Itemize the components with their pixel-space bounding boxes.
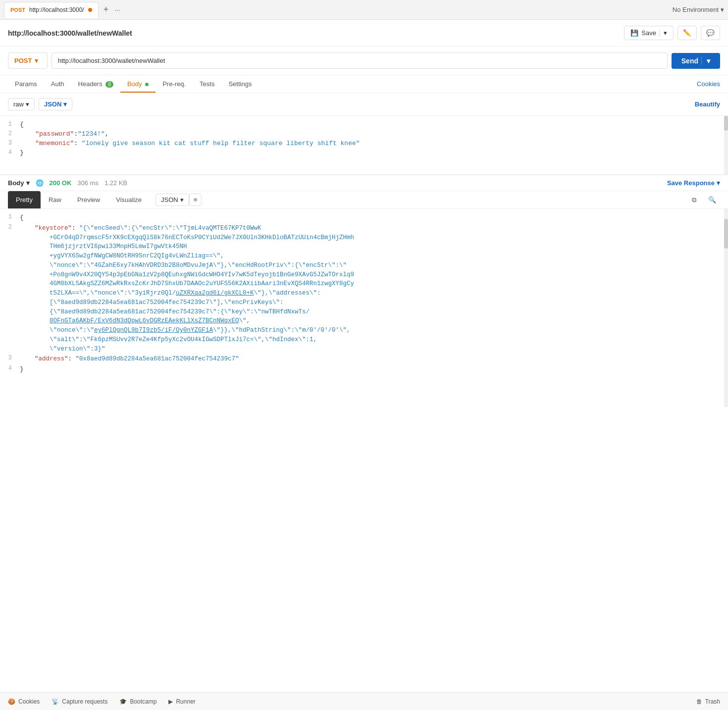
send-chevron-icon[interactable]: ▾ [701,57,710,65]
tab-tests[interactable]: Tests [193,75,221,93]
save-response-button[interactable]: Save Response ▾ [667,179,720,187]
line-number: 3 [0,355,20,361]
comment-icon: 💬 [706,29,715,37]
scrollbar-thumb [724,219,728,249]
copy-button[interactable]: ⧉ [688,194,700,206]
filter-button[interactable]: ≡ [189,194,202,206]
environment-chevron-icon: ▾ [721,6,724,13]
tab-auth[interactable]: Auth [44,75,71,93]
response-body: 1 { 2 "keystore": "{\"encSeed\":{\"encSt… [0,209,728,407]
tab-url: http://localhost:3000/ [29,6,84,13]
body-options: raw ▾ JSON ▾ Beautify [0,93,728,116]
tab-preview[interactable]: Preview [69,191,108,208]
line-content: } [20,365,728,374]
raw-selector[interactable]: raw ▾ [8,98,35,110]
bootcamp-label: Bootcamp [130,698,156,705]
save-button[interactable]: 💾 Save ▾ [624,26,674,40]
response-format-selector[interactable]: JSON ▾ [156,194,189,206]
globe-icon: 🌐 [36,179,44,187]
json-chevron-icon: ▾ [63,101,67,108]
edit-icon: ✏️ [683,29,691,37]
tab-headers[interactable]: Headers 8 [71,75,120,93]
tab-pretty[interactable]: Pretty [8,191,41,208]
code-line-1: 1 { [0,120,728,129]
line-content: { [20,213,728,223]
response-label: Body ▾ [8,179,30,187]
capture-label: Capture requests [62,698,107,705]
headers-badge: 8 [105,81,113,88]
status-cookies[interactable]: 🍪 Cookies [8,698,40,705]
save-label: Save [641,29,656,37]
new-tab-button[interactable]: + [100,4,113,15]
tab-bar: POST http://localhost:3000/ + ··· No Env… [0,0,728,20]
line-content: "password":"1234!", [20,130,728,138]
url-title-bar: http://localhost:3000/wallet/newWallet 💾… [0,20,728,47]
response-actions: ⧉ 🔍 [688,194,720,206]
format-label: JSON [161,196,178,203]
trash-icon: 🗑 [696,698,702,705]
tab-params[interactable]: Params [8,75,44,93]
status-trash[interactable]: 🗑 Trash [696,698,720,705]
status-bootcamp[interactable]: 🎓 Bootcamp [119,698,156,705]
line-number: 4 [0,365,20,372]
url-input[interactable] [52,52,668,69]
status-capture[interactable]: 📡 Capture requests [52,698,107,705]
request-body-editor[interactable]: 1 { 2 "password":"1234!", 3 "mnemonic": … [0,116,728,175]
cookies-status-icon: 🍪 [8,698,15,705]
search-button[interactable]: 🔍 [704,194,720,206]
tab-prereq[interactable]: Pre-req. [156,75,193,93]
method-label: POST [14,57,32,64]
trash-label: Trash [705,698,720,705]
line-number: 3 [0,140,20,147]
request-builder: POST ▾ Send ▾ [0,47,728,75]
code-line-4: 4 } [0,148,728,157]
line-number: 4 [0,149,20,156]
save-response-chevron-icon: ▾ [717,179,720,187]
active-tab[interactable]: POST http://localhost:3000/ [4,2,99,18]
response-size: 1.22 KB [104,179,127,187]
response-scrollbar[interactable] [724,209,728,407]
send-button[interactable]: Send ▾ [672,53,720,69]
environment-selector[interactable]: No Environment ▾ [673,6,724,13]
save-chevron-icon[interactable]: ▾ [659,29,667,37]
tab-settings[interactable]: Settings [221,75,259,93]
tab-visualize[interactable]: Visualize [108,191,150,208]
line-number: 2 [0,224,20,231]
json-format-selector[interactable]: JSON ▾ [39,98,72,110]
url-actions: 💾 Save ▾ ✏️ 💬 [624,26,720,40]
status-runner[interactable]: ▶ Runner [168,698,195,705]
line-number: 1 [0,121,20,128]
editor-scrollbar[interactable] [724,116,728,174]
raw-label: raw [13,101,24,108]
comment-button[interactable]: 💬 [701,26,720,40]
edit-button[interactable]: ✏️ [677,26,697,40]
line-content: } [20,149,728,156]
beautify-button[interactable]: Beautify [695,101,720,108]
runner-label: Runner [176,698,195,705]
save-icon: 💾 [630,29,638,37]
bootcamp-icon: 🎓 [119,698,127,705]
response-tabs: Pretty Raw Preview Visualize JSON ▾ ≡ ⧉ … [0,191,728,209]
method-selector[interactable]: POST ▾ [8,52,48,69]
code-line-3: 3 "mnemonic": "lonely give season kit ca… [0,139,728,148]
resp-line-3: 3 "address": "0x8aed9d89db2284a5ea681ac7… [0,354,728,364]
cookies-button[interactable]: Cookies [697,80,720,88]
response-chevron-icon[interactable]: ▾ [26,179,30,187]
status-bar: 🍪 Cookies 📡 Capture requests 🎓 Bootcamp … [0,692,728,710]
scrollbar-thumb [724,116,728,131]
save-response-label: Save Response [667,179,715,187]
line-content: { [20,121,728,128]
line-number: 2 [0,130,20,137]
resp-line-1: 1 { [0,213,728,223]
environment-label: No Environment [673,6,719,13]
filter-icon: ≡ [194,196,198,203]
line-content: "address": "0x8aed9d89db2284a5ea681ac752… [20,355,728,364]
tab-raw[interactable]: Raw [41,191,69,208]
response-header: Body ▾ 🌐 200 OK 306 ms 1.22 KB Save Resp… [0,175,728,191]
code-line-2: 2 "password":"1234!", [0,129,728,139]
request-tabs: Params Auth Headers 8 Body Pre-req. Test… [0,75,728,93]
more-tabs-icon[interactable]: ··· [114,6,120,14]
request-title: http://localhost:3000/wallet/newWallet [8,29,132,37]
tab-body[interactable]: Body [120,75,156,93]
capture-icon: 📡 [52,698,59,705]
